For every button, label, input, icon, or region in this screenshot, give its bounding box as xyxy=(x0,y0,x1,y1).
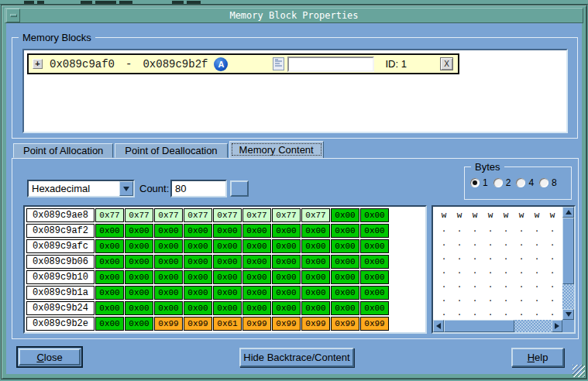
label-note-icon[interactable] xyxy=(273,57,284,70)
ascii-char: . xyxy=(514,292,529,306)
byte-cell: 0x77 xyxy=(154,208,183,222)
ascii-view: wwwwwwww................................… xyxy=(433,207,562,320)
ascii-char: . xyxy=(467,292,483,306)
block-range-start: 0x089c9af0 xyxy=(50,58,115,70)
ascii-char: . xyxy=(452,264,467,278)
background-text-remnant xyxy=(95,1,116,4)
ascii-char: . xyxy=(467,264,483,278)
titlebar[interactable]: Memory Block Properties xyxy=(5,8,583,23)
tab-point-of-deallocation[interactable]: Point of Deallocation xyxy=(115,143,227,158)
ascii-char: . xyxy=(483,236,498,250)
byte-cell: 0x00 xyxy=(272,239,301,253)
byte-cell: 0x00 xyxy=(213,224,242,238)
tab-bar: Point of AllocationPoint of Deallocation… xyxy=(13,143,325,158)
count-spinner-button[interactable] xyxy=(230,180,249,197)
bytes-radio-2[interactable]: 2 xyxy=(493,177,511,188)
ascii-char: . xyxy=(483,306,498,320)
ascii-char: . xyxy=(436,278,452,292)
close-button[interactable]: Close xyxy=(19,348,81,366)
ascii-char: . xyxy=(529,264,545,278)
byte-cell: 0x00 xyxy=(184,286,212,300)
scroll-left-button[interactable] xyxy=(433,320,444,332)
ascii-char: w xyxy=(452,208,467,222)
ascii-char: . xyxy=(529,306,545,320)
ascii-char: . xyxy=(514,236,529,250)
byte-cell: 0x00 xyxy=(213,255,242,269)
byte-cell: 0x00 xyxy=(242,301,271,315)
address-cell: 0x089c9b10 xyxy=(26,270,95,284)
byte-cell: 0x00 xyxy=(184,301,212,315)
block-label-input[interactable] xyxy=(287,57,374,72)
hide-backtrace-button[interactable]: Hide Backtrace/Content xyxy=(239,348,354,367)
allocated-badge-icon: A xyxy=(214,57,228,71)
bytes-radio-8[interactable]: 8 xyxy=(539,177,557,188)
byte-cell: 0x99 xyxy=(154,317,183,331)
ascii-char: . xyxy=(436,264,452,278)
memory-table: 0x089c9ae80x770x770x770x770x770x770x770x… xyxy=(23,205,427,334)
radio-label: 4 xyxy=(528,177,534,188)
horizontal-scrollbar[interactable] xyxy=(433,320,562,332)
chevron-down-icon[interactable] xyxy=(119,181,133,196)
dialog-body: Memory Blocks + 0x089c9af0 - 0x089c9b2f … xyxy=(6,23,582,374)
resize-grip-icon[interactable] xyxy=(573,365,585,377)
format-select[interactable]: Hexadecimal xyxy=(27,180,135,197)
background-text-remnant xyxy=(81,1,92,4)
bytes-radio-1[interactable]: 1 xyxy=(470,177,488,188)
byte-cell: 0x00 xyxy=(272,270,301,284)
vertical-scroll-thumb[interactable] xyxy=(562,218,574,284)
byte-cell: 0x00 xyxy=(360,301,389,315)
ascii-char: . xyxy=(483,292,498,306)
byte-cell: 0x77 xyxy=(301,208,330,222)
byte-cell: 0x00 xyxy=(154,270,183,284)
byte-cell: 0x00 xyxy=(301,224,330,238)
ascii-char: . xyxy=(545,292,560,306)
ascii-char: . xyxy=(436,306,452,320)
ascii-char: . xyxy=(498,292,514,306)
ascii-char: . xyxy=(514,264,529,278)
vertical-scrollbar[interactable] xyxy=(562,207,574,320)
byte-cell: 0x00 xyxy=(213,301,242,315)
block-id-label: ID: 1 xyxy=(385,58,406,70)
byte-cell: 0x00 xyxy=(125,301,153,315)
help-button[interactable]: Help xyxy=(511,348,564,367)
byte-cell: 0x77 xyxy=(95,208,124,222)
expand-plus-icon[interactable]: + xyxy=(33,59,43,69)
ascii-char: w xyxy=(436,208,452,222)
byte-cell: 0x77 xyxy=(242,208,271,222)
ascii-char: . xyxy=(452,236,467,250)
tab-memory-content[interactable]: Memory Content xyxy=(229,141,324,158)
byte-cell: 0x00 xyxy=(125,255,153,269)
ascii-char: . xyxy=(436,292,452,306)
memory-blocks-list[interactable]: + 0x089c9af0 - 0x089c9b2f A ID: 1 X xyxy=(22,49,568,133)
ascii-char: . xyxy=(529,278,545,292)
ascii-char: . xyxy=(498,278,514,292)
address-cell: 0x089c9b1a xyxy=(26,286,95,300)
ascii-char: . xyxy=(529,222,545,236)
radio-label: 2 xyxy=(506,177,511,188)
count-input[interactable] xyxy=(170,180,227,197)
bytes-radio-4[interactable]: 4 xyxy=(516,177,534,188)
byte-cell: 0x00 xyxy=(242,224,271,238)
window-title: Memory Block Properties xyxy=(5,10,583,21)
memory-block-properties-dialog: Memory Block Properties Memory Blocks + … xyxy=(1,5,587,379)
background-text-remnant xyxy=(37,1,44,4)
scroll-down-button[interactable] xyxy=(562,309,574,320)
memory-block-row[interactable]: + 0x089c9af0 - 0x089c9b2f A ID: 1 X xyxy=(27,53,459,74)
ascii-char: . xyxy=(529,292,545,306)
ascii-char: . xyxy=(545,306,560,320)
ascii-char: . xyxy=(436,236,452,250)
scroll-right-button[interactable] xyxy=(552,320,562,332)
byte-cell: 0x00 xyxy=(213,239,242,253)
byte-cell: 0x99 xyxy=(331,317,359,331)
byte-cell: 0x00 xyxy=(154,255,183,269)
byte-cell: 0x00 xyxy=(154,224,183,238)
ascii-char: . xyxy=(498,250,514,264)
byte-cell: 0x99 xyxy=(242,317,271,331)
scroll-up-button[interactable] xyxy=(562,207,574,218)
byte-cell: 0x00 xyxy=(331,286,359,300)
byte-cell: 0x00 xyxy=(95,239,124,253)
remove-block-button[interactable]: X xyxy=(440,57,453,70)
horizontal-scroll-thumb[interactable] xyxy=(444,320,514,332)
tab-point-of-allocation[interactable]: Point of Allocation xyxy=(13,143,113,158)
background-text-remnant xyxy=(172,1,184,4)
